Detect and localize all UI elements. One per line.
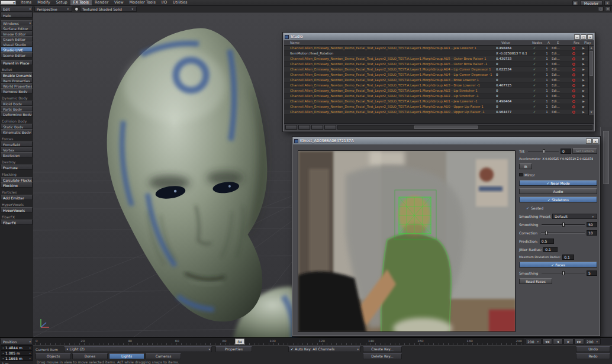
audio-button[interactable]: Audio — [519, 188, 597, 194]
kinect-titlebar[interactable]: Kinect_A00366A06472137A □ ✕ — [293, 137, 600, 144]
end-frame-field[interactable]: 200 — [585, 339, 601, 344]
channel-record-button[interactable] — [568, 109, 579, 114]
sidebar-item[interactable]: Static Body — [1, 124, 33, 129]
table-row[interactable]: Channel:Alien_Emissary_Newton_Demo_Facia… — [284, 62, 588, 67]
column-header[interactable]: Value — [501, 40, 532, 45]
channel-value[interactable]: 0 — [496, 72, 527, 77]
column-header[interactable]: Name — [284, 40, 501, 45]
max-deviation-field[interactable]: 0.1 — [562, 255, 574, 260]
create-key-button[interactable]: Create Key... — [363, 346, 402, 352]
sidebar-item[interactable]: Remove Body — [1, 88, 33, 94]
sidebar-item[interactable]: Image Editor — [1, 31, 33, 36]
menu-config-dropdown-icon[interactable]: ▾ — [604, 1, 610, 5]
table-row[interactable]: Channel:Alien_Emissary_Newton_Demo_Facia… — [284, 104, 588, 109]
sidebar-item[interactable]: Parts Body — [1, 106, 33, 111]
menu-item[interactable]: I/O — [159, 0, 170, 5]
edit-menu-dropdown[interactable]: Edit — [1, 7, 33, 12]
channel-edit-button[interactable]: Edi... — [552, 56, 568, 61]
table-row[interactable]: Channel:Alien_Emissary_Newton_Demo_Facia… — [284, 83, 588, 88]
sidebar-item[interactable]: HyperVoxels — [1, 207, 33, 212]
slider-thumb[interactable] — [543, 149, 545, 153]
transform-mode-dropdown[interactable]: Position — [1, 339, 33, 344]
channel-play-button[interactable]: ▶ — [579, 51, 588, 56]
channel-play-button[interactable]: ▶ — [579, 104, 588, 109]
studio-tool-button[interactable] — [285, 125, 297, 130]
auto-key-toggle[interactable]: ✓Auto Key: All Channels — [288, 346, 360, 352]
seated-checkbox[interactable]: ✓ — [526, 206, 529, 210]
channel-value[interactable]: 0.498464 — [496, 46, 527, 50]
channel-record-button[interactable] — [568, 56, 579, 61]
studio-titlebar[interactable]: Studio ─ □ ✕ — [284, 33, 594, 40]
channel-enabled-check-icon[interactable]: ✓ — [527, 83, 542, 88]
sidebar-item[interactable]: Forcefield — [1, 141, 33, 147]
tilt-value-field[interactable]: 0 — [561, 149, 571, 154]
table-row[interactable]: Channel:Alien_Emissary_Newton_Demo_Facia… — [284, 56, 588, 62]
table-row[interactable]: Channel:Alien_Emissary_Newton_Demo_Facia… — [284, 109, 588, 115]
minimize-icon[interactable]: ─ — [574, 34, 580, 40]
faces-smoothing-slider[interactable] — [542, 270, 585, 276]
sidebar-item[interactable]: FiberFX — [0, 214, 33, 220]
sidebar-item[interactable]: World Properties — [1, 83, 33, 88]
get-camera-button[interactable]: Get Camera — [572, 148, 597, 154]
increment-arrow-icon[interactable]: ▸ — [28, 351, 32, 356]
channel-play-button[interactable]: ▶ — [579, 99, 588, 104]
go-to-start-button[interactable]: ◀◀ — [542, 339, 552, 344]
channel-record-button[interactable] — [568, 46, 579, 50]
sidebar-item[interactable]: Fracture — [1, 165, 33, 170]
channel-record-button[interactable] — [568, 51, 579, 56]
channel-enabled-check-icon[interactable]: ✓ — [527, 109, 542, 114]
step-back-button[interactable]: ◀ — [553, 339, 563, 344]
item-type-button[interactable]: Bones — [72, 353, 108, 359]
channel-value[interactable]: 0.964477 — [496, 109, 527, 114]
scroll-down-icon[interactable]: ▼ — [589, 110, 594, 115]
table-row[interactable]: Channel:Alien_Emissary_Newton_Demo_Facia… — [284, 94, 588, 99]
channel-edit-button[interactable]: Edi... — [552, 99, 568, 104]
sidebar-item[interactable]: Destroy — [0, 159, 33, 165]
channel-play-button[interactable]: ▶ — [579, 94, 588, 98]
channel-edit-button[interactable]: Edi... — [552, 109, 568, 114]
redo-button[interactable]: Redo — [576, 353, 610, 359]
sidebar-item[interactable]: Particles — [0, 189, 33, 195]
view-type-dropdown[interactable]: Perspective — [34, 7, 72, 12]
channel-play-button[interactable]: ▶ — [579, 109, 588, 114]
channel-record-button[interactable] — [568, 78, 579, 82]
channel-play-button[interactable]: ▶ — [579, 62, 588, 66]
coordinate-field[interactable]: ◂ 1.4844 m ▸ — [1, 345, 33, 350]
sidebar-item[interactable]: Enable Dynamics — [1, 72, 33, 78]
column-header[interactable]: E — [557, 40, 574, 45]
sidebar-item[interactable]: Studio LIVE — [1, 47, 33, 52]
studio-tool-button[interactable] — [311, 125, 323, 130]
coordinate-field[interactable]: ◂ 1.005 m ▸ — [1, 350, 33, 356]
channel-edit-button[interactable]: Edi... — [552, 51, 568, 56]
channel-record-button[interactable] — [568, 94, 579, 98]
menu-item[interactable]: Items — [18, 0, 34, 5]
table-row[interactable]: ItemMotion:Head_Rotation X -0.0250813 Y … — [284, 51, 588, 56]
channel-enabled-check-icon[interactable]: ✓ — [527, 46, 542, 50]
slider-thumb[interactable] — [562, 271, 565, 275]
timeline-ruler[interactable]: 020406080100120140160180200 84 — [33, 337, 524, 345]
skeletons-toggle[interactable]: ✓Skeletons — [519, 197, 597, 202]
channel-record-button[interactable] — [568, 99, 579, 104]
item-type-button[interactable]: Objects — [36, 353, 71, 359]
channel-play-button[interactable]: ▶ — [579, 83, 588, 88]
channel-edit-button[interactable]: Edi... — [552, 62, 568, 66]
column-header[interactable]: Rec — [574, 40, 584, 45]
close-icon[interactable]: ✕ — [592, 138, 598, 144]
increment-arrow-icon[interactable]: ▸ — [28, 346, 32, 350]
channel-value[interactable]: 0 — [496, 104, 527, 109]
scrollbar-thumb[interactable] — [414, 125, 478, 129]
menu-item[interactable]: Utilities — [170, 0, 190, 5]
channel-value[interactable]: 0 — [496, 88, 527, 93]
channel-record-button[interactable] — [568, 104, 579, 109]
smoothing-preset-dropdown[interactable]: Default — [552, 214, 597, 219]
studio-tool-button[interactable] — [324, 125, 336, 130]
near-mode-toggle[interactable]: ✓Near Mode — [519, 180, 597, 186]
menu-item[interactable]: Modify — [34, 0, 53, 5]
column-header[interactable]: A — [547, 40, 557, 45]
channel-value[interactable]: X -0.0250813 Y 0.1 — [496, 51, 527, 56]
sidebar-item[interactable]: Windows — [1, 20, 33, 25]
channel-enabled-check-icon[interactable]: ✓ — [527, 56, 542, 61]
studio-tool-button[interactable] — [298, 125, 310, 130]
sidebar-item[interactable]: Add Emitter — [1, 195, 33, 200]
correction-value-field[interactable]: 10 — [587, 230, 597, 236]
